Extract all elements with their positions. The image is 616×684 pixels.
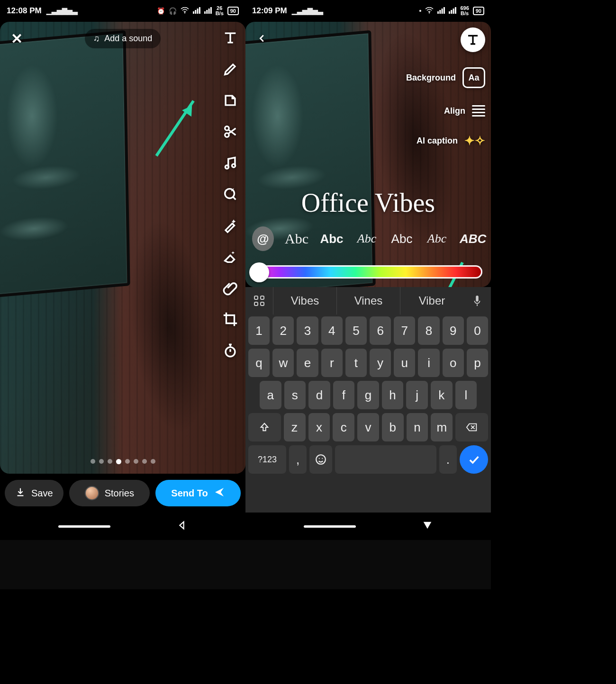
key-space[interactable]	[335, 445, 436, 474]
key-backspace[interactable]	[455, 413, 488, 441]
key-1[interactable]: 1	[248, 316, 270, 345]
font-option-serif[interactable]: Abc	[425, 232, 449, 246]
system-nav-bar	[0, 513, 245, 540]
crop-tool-icon[interactable]	[221, 310, 240, 329]
back-button[interactable]	[251, 27, 273, 49]
svg-rect-7	[208, 9, 209, 14]
key-f[interactable]: f	[333, 381, 355, 409]
timer-tool-icon[interactable]	[221, 341, 240, 360]
font-option-caps[interactable]: ABC	[460, 232, 484, 246]
key-d[interactable]: d	[308, 381, 330, 409]
attachment-tool-icon[interactable]	[221, 279, 240, 297]
key-0[interactable]: 0	[467, 316, 488, 345]
key-l[interactable]: l	[455, 381, 477, 409]
nav-back-icon[interactable]	[177, 520, 187, 533]
background-option[interactable]: Background Aa	[406, 67, 485, 88]
pencil-tool-icon[interactable]	[221, 60, 240, 79]
key-b[interactable]: b	[382, 413, 404, 441]
key-o[interactable]: o	[443, 349, 464, 377]
font-option-sans[interactable]: Abc	[390, 232, 414, 246]
music-note-icon: ♫	[93, 34, 100, 44]
add-sound-button[interactable]: ♫ Add a sound	[85, 29, 161, 48]
nav-back-icon[interactable]	[422, 520, 433, 533]
key-s[interactable]: s	[284, 381, 306, 409]
eraser-tool-icon[interactable]	[221, 247, 240, 266]
key-3[interactable]: 3	[297, 316, 318, 345]
key-symbols[interactable]: ?123	[248, 445, 286, 474]
key-5[interactable]: 5	[345, 316, 367, 345]
suggestion-1[interactable]: Vibes	[273, 287, 336, 315]
key-6[interactable]: 6	[370, 316, 391, 345]
background-style-icon: Aa	[462, 67, 485, 88]
lens-tool-icon[interactable]	[221, 185, 240, 204]
keyboard-apps-icon[interactable]	[245, 287, 273, 315]
snap-editor-view: ✕ ♫ Add a sound	[0, 22, 245, 474]
mention-button[interactable]: @	[252, 226, 274, 251]
key-a[interactable]: a	[260, 381, 281, 409]
key-period[interactable]: .	[439, 445, 457, 474]
key-p[interactable]: p	[467, 349, 488, 377]
sticker-tool-icon[interactable]	[221, 91, 240, 110]
font-option-cursive[interactable]: Abc	[354, 232, 379, 246]
ai-caption-option[interactable]: AI caption ✦✧	[417, 134, 485, 148]
key-comma[interactable]: ,	[289, 445, 307, 474]
nav-home-pill[interactable]	[58, 525, 110, 528]
key-4[interactable]: 4	[321, 316, 343, 345]
suggestion-2[interactable]: Vines	[336, 287, 400, 315]
stories-label: Stories	[105, 488, 134, 499]
key-i[interactable]: i	[418, 349, 439, 377]
text-tool-icon[interactable]	[221, 28, 240, 47]
key-q[interactable]: q	[248, 349, 270, 377]
key-2[interactable]: 2	[272, 316, 294, 345]
key-x[interactable]: x	[308, 413, 330, 441]
key-k[interactable]: k	[431, 381, 453, 409]
color-slider[interactable]	[254, 265, 482, 279]
save-button[interactable]: Save	[5, 480, 63, 506]
key-h[interactable]: h	[382, 381, 404, 409]
key-9[interactable]: 9	[443, 316, 464, 345]
music-tool-icon[interactable]	[221, 153, 240, 172]
key-g[interactable]: g	[357, 381, 379, 409]
key-e[interactable]: e	[297, 349, 318, 377]
suggestion-3[interactable]: Viber	[400, 287, 463, 315]
font-option-script[interactable]: Abc	[284, 231, 309, 247]
key-enter[interactable]	[460, 445, 488, 474]
svg-rect-23	[455, 7, 456, 14]
key-w[interactable]: w	[272, 349, 294, 377]
filter-page-indicator[interactable]	[0, 459, 245, 464]
netspeed: 696B/s	[460, 6, 469, 16]
magic-tool-icon[interactable]	[221, 216, 240, 235]
font-option-bold[interactable]: Abc	[319, 232, 344, 246]
key-shift[interactable]	[248, 413, 281, 441]
font-picker-bar[interactable]: @ Abc Abc Abc Abc Abc ABC	[245, 224, 491, 254]
key-t[interactable]: t	[345, 349, 367, 377]
key-n[interactable]: n	[407, 413, 428, 441]
key-u[interactable]: u	[394, 349, 415, 377]
svg-rect-3	[197, 9, 198, 14]
save-label: Save	[31, 488, 53, 499]
headphones-icon: 🎧	[169, 7, 177, 15]
caption-text-input[interactable]: Office Vibes	[245, 188, 491, 218]
key-7[interactable]: 7	[394, 316, 415, 345]
key-8[interactable]: 8	[418, 316, 439, 345]
key-y[interactable]: y	[370, 349, 391, 377]
key-emoji[interactable]	[309, 445, 332, 474]
stories-button[interactable]: Stories	[69, 480, 150, 506]
key-c[interactable]: c	[333, 413, 354, 441]
key-m[interactable]: m	[431, 413, 453, 441]
nav-home-pill[interactable]	[304, 525, 356, 528]
align-option[interactable]: Align	[444, 103, 485, 118]
color-slider-thumb[interactable]	[249, 262, 269, 282]
key-j[interactable]: j	[406, 381, 428, 409]
sparkle-icon: ✦✧	[464, 134, 485, 148]
key-v[interactable]: v	[357, 413, 379, 441]
key-z[interactable]: z	[284, 413, 306, 441]
key-r[interactable]: r	[321, 349, 343, 377]
send-to-button[interactable]: Send To	[155, 480, 241, 506]
status-time: 12:08 PM	[7, 6, 42, 16]
text-tool-active-icon[interactable]	[461, 27, 485, 52]
scissors-tool-icon[interactable]	[221, 122, 240, 141]
keyboard-mic-icon[interactable]	[463, 287, 491, 315]
close-button[interactable]: ✕	[6, 27, 27, 49]
svg-point-15	[429, 12, 430, 13]
